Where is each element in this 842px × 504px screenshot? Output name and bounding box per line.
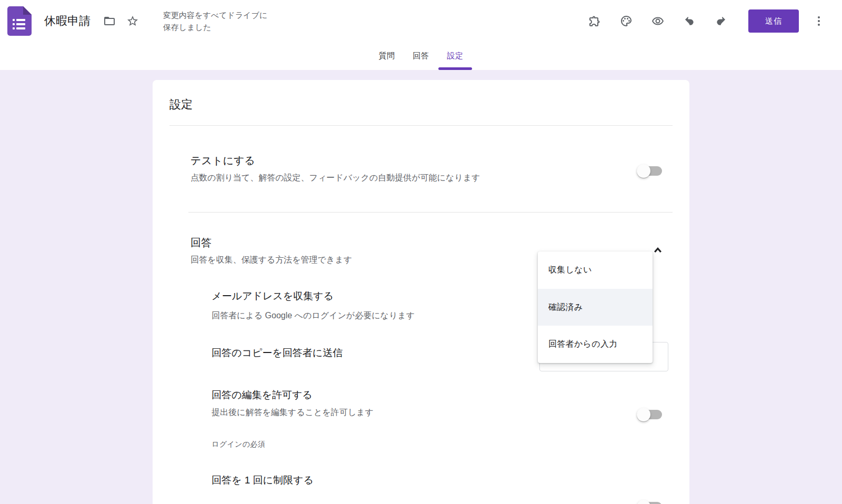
move-folder-icon[interactable] [98,9,121,33]
login-required-label: ログインの必須 [212,440,265,449]
collect-email-title: メールアドレスを収集する [212,289,334,303]
allow-edit-toggle[interactable] [637,408,662,421]
responses-section-title: 回答 [191,236,212,250]
quiz-section-title: テストにする [191,154,255,168]
quiz-section-description: 点数の割り当て、解答の設定、フィードバックの自動提供が可能になります [191,173,480,184]
tab-settings[interactable]: 設定 [438,42,473,70]
settings-heading: 設定 [169,97,193,113]
divider [169,125,673,126]
settings-page: 設定 テストにする 点数の割り当て、解答の設定、フィードバックの自動提供が可能に… [0,70,842,504]
divider [188,212,673,213]
settings-card: 設定 テストにする 点数の割り当て、解答の設定、フィードバックの自動提供が可能に… [153,80,689,504]
menu-option-verified[interactable]: 確認済み [538,289,653,326]
save-status[interactable]: 変更内容をすべてドライブに 保存しました [163,9,267,34]
send-copy-title: 回答のコピーを回答者に送信 [212,346,343,360]
collapse-section-chevron-up-icon[interactable] [654,245,661,255]
collect-email-dropdown-menu: 収集しない 確認済み 回答者からの入力 [538,251,653,363]
toggle-knob [637,408,650,421]
menu-option-responder-input[interactable]: 回答者からの入力 [538,326,653,363]
forms-logo-icon[interactable] [7,6,32,36]
save-status-line2: 保存しました [163,21,267,33]
allow-edit-title: 回答の編集を許可する [212,388,313,402]
tab-questions[interactable]: 質問 [370,42,404,70]
collect-email-description: 回答者による Google へのログインが必要になります [212,310,415,321]
addons-puzzle-icon[interactable] [583,9,606,33]
tab-responses[interactable]: 回答 [404,42,438,70]
toggle-knob [637,500,650,504]
limit-one-response-toggle[interactable] [637,500,662,504]
quiz-toggle[interactable] [637,164,662,178]
save-status-line1: 変更内容をすべてドライブに [163,9,267,21]
form-title[interactable]: 休暇申請 [44,13,91,29]
redo-icon[interactable] [709,9,733,33]
responses-section-description: 回答を収集、保護する方法を管理できます [191,255,352,266]
theme-palette-icon[interactable] [615,9,638,33]
tab-bar: 質問 回答 設定 [0,42,842,70]
toggle-knob [637,164,650,178]
top-bar: 休暇申請 変更内容をすべてドライブに 保存しました [0,0,842,42]
star-icon[interactable] [121,9,144,33]
limit-one-response-title: 回答を 1 回に制限する [212,473,314,487]
menu-option-do-not-collect[interactable]: 収集しない [538,251,653,289]
send-button[interactable]: 送信 [748,9,799,33]
undo-icon[interactable] [678,9,701,33]
more-options-kebab-icon[interactable] [807,9,830,33]
preview-eye-icon[interactable] [646,9,669,33]
allow-edit-description: 提出後に解答を編集することを許可します [212,407,374,418]
